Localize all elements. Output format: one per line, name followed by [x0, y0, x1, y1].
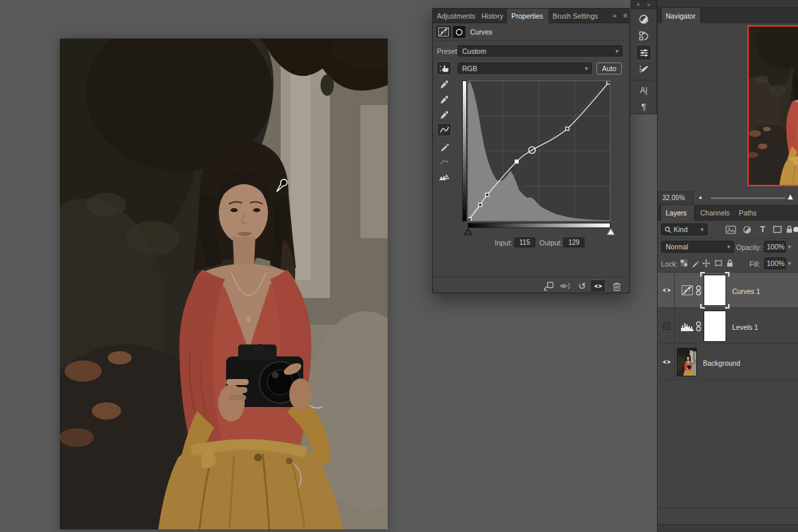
lock-pixels-brush-icon[interactable] [691, 259, 700, 267]
shadow-input-slider[interactable] [464, 228, 472, 235]
auto-button[interactable]: Auto [597, 63, 622, 74]
navigator-zoom-field[interactable]: 32.05% [658, 192, 694, 205]
visibility-column [658, 273, 675, 308]
properties-bottom-bar: ↺ [433, 277, 629, 294]
lock-position-move-icon[interactable] [702, 259, 711, 267]
layer-row-curves-1[interactable]: Curves 1 [658, 273, 798, 308]
properties-tabbar: Adjustments History Properties Brush Set… [433, 9, 629, 23]
mask-link-icon[interactable] [696, 321, 702, 332]
eyedropper-cursor-icon [269, 176, 291, 200]
mask-link-icon[interactable] [696, 285, 702, 296]
lock-artboard-icon[interactable] [714, 259, 723, 267]
panel-menu-icon[interactable]: ≡ [623, 11, 627, 19]
curves-grid[interactable] [467, 80, 610, 221]
panel-collapse-icon[interactable]: » [612, 11, 616, 19]
view-previous-state-icon[interactable] [558, 280, 571, 292]
filter-pixel-layers-icon[interactable] [724, 224, 737, 235]
dock-paragraph-icon[interactable]: ¶ [636, 99, 652, 114]
tab-properties[interactable]: Properties [511, 12, 543, 20]
black-point-eyedropper-icon[interactable] [437, 78, 452, 91]
fill-chevron-icon[interactable]: ▾ [788, 260, 791, 267]
chevron-down-icon: ▾ [615, 47, 618, 57]
fill-value-field[interactable]: 100% [764, 257, 786, 269]
tab-layers[interactable]: Layers [666, 209, 687, 217]
filter-toggle-icon[interactable] [793, 227, 798, 232]
tab-adjustments[interactable]: Adjustments [437, 12, 475, 20]
toggle-visibility-icon[interactable] [590, 279, 606, 293]
navigator-zoom-slider-track[interactable] [711, 198, 785, 199]
photoshop-window: Adjustments History Properties Brush Set… [0, 0, 798, 532]
preset-dropdown[interactable]: Custom ▾ [458, 45, 622, 57]
edit-points-tool-icon[interactable] [437, 123, 452, 136]
white-point-eyedropper-icon[interactable] [437, 108, 452, 122]
gray-point-eyedropper-icon[interactable] [437, 93, 452, 106]
canvas-photo[interactable] [60, 39, 388, 529]
output-value-field[interactable]: 129 [563, 237, 585, 247]
filter-shape-layers-icon[interactable] [771, 224, 784, 235]
chevron-down-icon: ▾ [700, 225, 704, 235]
layer-name[interactable]: Levels 1 [732, 323, 758, 331]
lock-label: Lock: [661, 260, 678, 268]
curves-header-row: Curves [433, 23, 629, 41]
mask-selected-bracket [725, 304, 730, 309]
filter-kind-dropdown[interactable]: Kind ▾ [661, 223, 708, 235]
clipping-warning-icon[interactable] [437, 170, 452, 183]
layer-name[interactable]: Background [703, 359, 740, 367]
smooth-curve-icon[interactable] [437, 155, 452, 168]
eye-icon[interactable] [662, 287, 672, 293]
navigator-view-frame[interactable] [747, 25, 798, 186]
dock-adjustments-icon[interactable] [636, 12, 652, 27]
dock-character-icon[interactable]: A| [636, 83, 652, 98]
navigator-preview[interactable] [747, 25, 798, 186]
tab-brush-settings[interactable]: Brush Settings [553, 12, 598, 20]
zoom-out-mountain-icon[interactable]: ▴ [699, 194, 702, 200]
mask-selected-bracket [700, 272, 705, 277]
dock-header: × » [631, 1, 656, 9]
targeted-adjustment-hand-icon [439, 64, 450, 73]
dock-properties-icon[interactable] [636, 45, 652, 61]
highlight-input-slider[interactable] [606, 228, 615, 235]
filter-adjustment-layers-icon[interactable] [740, 224, 753, 235]
panel-icon-dock: × » A| ¶ [630, 0, 657, 114]
channel-dropdown[interactable]: RGB ▾ [458, 63, 592, 74]
opacity-chevron-icon[interactable]: ▾ [788, 243, 791, 250]
layers-filter-row: Kind ▾ T [658, 221, 798, 239]
visibility-toggle-empty[interactable] [663, 323, 670, 330]
layers-bottom-bar [658, 524, 798, 532]
visibility-column [658, 344, 675, 380]
reset-adjustment-icon[interactable]: ↺ [575, 280, 589, 292]
collapse-icon[interactable]: » [647, 1, 650, 8]
delete-adjustment-trash-icon[interactable] [610, 280, 623, 292]
clip-to-layer-icon[interactable] [542, 280, 555, 292]
dock-history-icon[interactable] [636, 29, 652, 43]
eye-icon[interactable] [662, 359, 672, 365]
levels-layer-icon [680, 322, 694, 331]
blend-mode-dropdown[interactable]: Normal ▾ [661, 241, 734, 253]
close-icon[interactable]: × [636, 1, 640, 8]
pencil-tool-icon[interactable] [437, 140, 452, 154]
tab-paths[interactable]: Paths [739, 209, 757, 217]
layer-mask-thumbnail[interactable] [704, 311, 726, 342]
right-panel-stack: Navigator 32.05% ▴ ▲ Layers Channels Pat… [657, 0, 798, 532]
navigator-zoom-slider-handle[interactable]: ▲ [786, 192, 795, 201]
background-layer-thumbnail[interactable] [677, 348, 697, 376]
filter-type-layers-icon[interactable]: T [756, 224, 769, 235]
tab-channels[interactable]: Channels [700, 209, 730, 217]
layers-bottom-divider [658, 507, 798, 508]
input-value-field[interactable]: 115 [514, 237, 535, 247]
layer-name[interactable]: Curves 1 [732, 287, 760, 295]
layer-row-levels-1[interactable]: Levels 1 [658, 309, 798, 344]
layer-mask-thumbnail[interactable] [704, 275, 726, 306]
tab-history[interactable]: History [481, 12, 503, 20]
layer-row-background[interactable]: Background [658, 344, 798, 380]
lock-row: Lock: Fill: 100% ▾ [658, 256, 798, 273]
targeted-adjustment-tool-button[interactable] [436, 61, 452, 75]
curves-layer-icon [682, 285, 693, 295]
fill-label: Fill: [749, 260, 760, 268]
dock-brush-settings-icon[interactable] [636, 63, 652, 77]
lock-transparency-icon[interactable] [679, 259, 688, 267]
tab-navigator[interactable]: Navigator [666, 12, 696, 20]
opacity-value-field[interactable]: 100% [764, 241, 786, 253]
lock-all-icon[interactable] [725, 259, 734, 267]
dock-divider [634, 80, 654, 80]
